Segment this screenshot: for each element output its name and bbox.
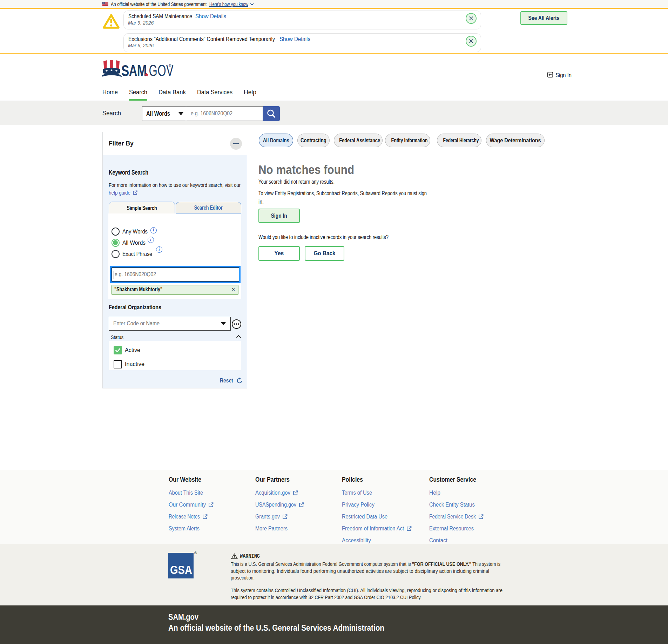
svg-text:SAM: SAM bbox=[121, 62, 147, 79]
svg-text:®: ® bbox=[169, 63, 171, 67]
